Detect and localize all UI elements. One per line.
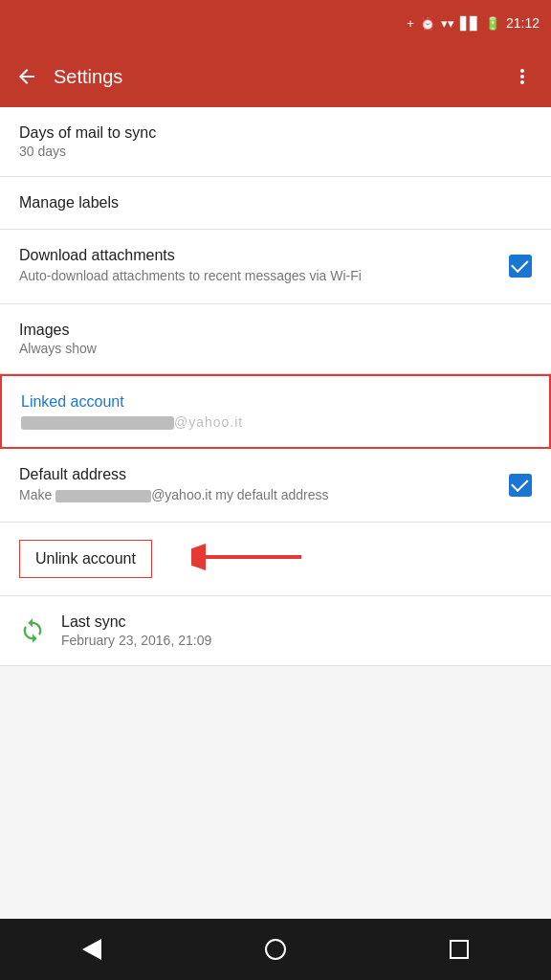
bluetooth-icon: + <box>407 16 414 31</box>
unlink-account-button[interactable]: Unlink account <box>19 540 152 578</box>
back-button[interactable] <box>15 65 38 88</box>
default-address-item[interactable]: Default address Make @yahoo.it my defaul… <box>0 449 551 523</box>
nav-home-button[interactable] <box>265 939 286 960</box>
linked-account-email: @yahoo.it <box>21 414 530 430</box>
default-address-row: Default address Make @yahoo.it my defaul… <box>19 466 532 505</box>
status-icons: + ⏰ ▾▾ ▋▊ 🔋 21:12 <box>407 15 540 31</box>
default-address-domain: @yahoo.it my default address <box>151 487 328 502</box>
status-time: 21:12 <box>506 15 540 31</box>
images-label: Images <box>19 322 532 339</box>
battery-icon: 🔋 <box>485 16 500 31</box>
toolbar: Settings <box>0 46 551 107</box>
manage-labels-item[interactable]: Manage labels <box>0 177 551 230</box>
nav-back-icon <box>82 939 101 960</box>
days-of-mail-label: Days of mail to sync <box>19 124 532 142</box>
signal-icon: ▋▊ <box>460 16 479 31</box>
email-domain: @yahoo.it <box>174 414 243 430</box>
last-sync-item: Last sync February 23, 2016, 21:09 <box>0 596 551 666</box>
arrow-annotation <box>191 533 306 585</box>
navigation-bar <box>0 919 551 980</box>
wifi-icon: ▾▾ <box>441 16 454 31</box>
download-attachments-item[interactable]: Download attachments Auto-download attac… <box>0 230 551 304</box>
default-address-label: Default address <box>19 466 494 483</box>
last-sync-text: Last sync February 23, 2016, 21:09 <box>61 613 211 648</box>
images-value: Always show <box>19 341 532 356</box>
nav-home-icon <box>265 939 286 960</box>
download-attachments-row: Download attachments Auto-download attac… <box>19 247 532 286</box>
linked-account-item[interactable]: Linked account @yahoo.it <box>0 374 551 449</box>
default-address-blurred <box>55 490 151 502</box>
days-of-mail-value: 30 days <box>19 144 532 159</box>
images-item[interactable]: Images Always show <box>0 304 551 374</box>
unlink-account-section: Unlink account <box>0 523 551 596</box>
last-sync-label: Last sync <box>61 613 211 631</box>
sync-icon <box>19 617 46 644</box>
download-attachments-checkbox[interactable] <box>509 255 532 278</box>
default-address-checkbox[interactable] <box>509 474 532 497</box>
status-bar: + ⏰ ▾▾ ▋▊ 🔋 21:12 <box>0 0 551 46</box>
email-blurred <box>21 416 174 430</box>
download-attachments-description: Auto-download attachments to recent mess… <box>19 267 494 286</box>
more-options-button[interactable] <box>509 65 536 88</box>
alarm-icon: ⏰ <box>420 16 435 31</box>
manage-labels-label: Manage labels <box>19 194 532 212</box>
nav-recents-icon <box>450 940 469 959</box>
last-sync-value: February 23, 2016, 21:09 <box>61 633 211 648</box>
download-attachments-label: Download attachments <box>19 247 494 264</box>
nav-recents-button[interactable] <box>450 940 469 959</box>
linked-account-label: Linked account <box>21 393 530 411</box>
days-of-mail-to-sync-item[interactable]: Days of mail to sync 30 days <box>0 107 551 177</box>
page-title: Settings <box>54 66 494 88</box>
default-address-description: Make @yahoo.it my default address <box>19 486 494 505</box>
settings-content: Days of mail to sync 30 days Manage labe… <box>0 107 551 666</box>
nav-back-button[interactable] <box>82 939 101 960</box>
